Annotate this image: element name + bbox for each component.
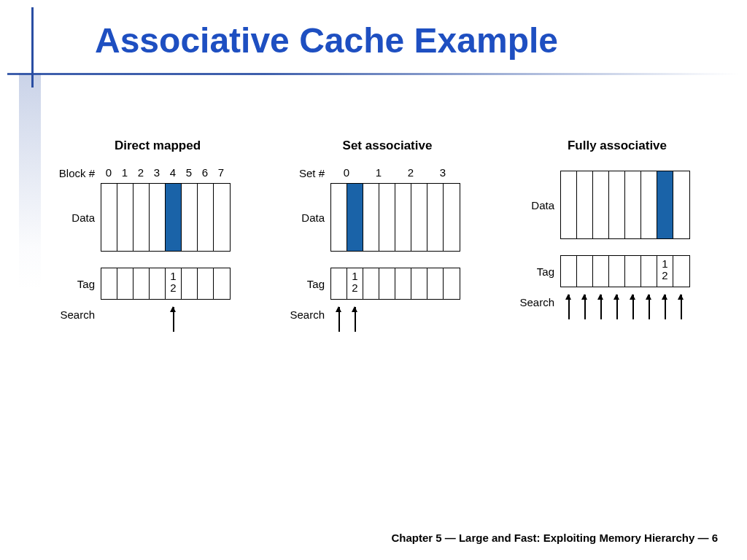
data-cell: [577, 171, 593, 238]
search-label: Search: [508, 290, 560, 308]
data-cell: [444, 184, 460, 251]
diagram-row: Direct mappedBlock #01234567DataTag1 2Se…: [48, 139, 727, 335]
tag-cell: [427, 268, 444, 299]
tag-cell: [117, 268, 133, 299]
header-number: 1: [117, 166, 133, 179]
arrow-up-icon: [600, 295, 602, 319]
tag-cell: 1 2: [657, 256, 673, 287]
arrow-up-icon: [616, 295, 618, 319]
diagram-title: Set associative: [278, 139, 497, 153]
header-number: 2: [395, 166, 427, 179]
data-cell: [166, 184, 182, 251]
slide-footer: Chapter 5 — Large and Fast: Exploiting M…: [391, 532, 718, 544]
data-row: Data: [278, 183, 497, 252]
header-number: 0: [330, 166, 363, 179]
data-label: Data: [278, 211, 330, 224]
data-cell: [363, 184, 379, 251]
tag-cell: [198, 268, 214, 299]
diagram: Direct mappedBlock #01234567DataTag1 2Se…: [48, 139, 267, 335]
header-number: 3: [427, 166, 459, 179]
data-cells: [330, 183, 460, 252]
tag-cell: [214, 268, 230, 299]
diagram: Fully associativeDataTag1 2Search: [508, 139, 727, 335]
header-row: Block #01234567: [48, 166, 267, 180]
tag-cell: [411, 268, 427, 299]
tag-label: Tag: [278, 278, 330, 290]
arrow-up-icon: [649, 295, 650, 319]
header-number: 7: [213, 166, 229, 179]
tag-cell: [561, 256, 577, 287]
data-cell: [395, 184, 411, 251]
data-cell: [198, 184, 214, 251]
spacer: [278, 254, 497, 268]
header-number: 6: [197, 166, 213, 179]
arrow-up-icon: [338, 307, 340, 332]
data-cell: [101, 184, 117, 251]
tag-value: 1 2: [347, 271, 363, 294]
arrow-up-icon: [584, 295, 586, 319]
tag-label: Tag: [508, 265, 560, 278]
search-row: Search: [508, 290, 727, 319]
search-row: Search: [48, 303, 267, 332]
tag-cell: [363, 268, 379, 299]
diagram: Set associativeSet #0123DataTag1 2Search: [278, 139, 497, 335]
tag-cell: [395, 268, 411, 299]
data-label: Data: [48, 211, 101, 224]
slide: Associative Cache Example Direct mappedB…: [0, 0, 747, 560]
arrow-up-icon: [173, 307, 174, 332]
search-label: Search: [48, 303, 101, 321]
tag-cell: [150, 268, 166, 299]
arrow-up-icon: [681, 295, 682, 319]
header-label: Block #: [48, 167, 101, 179]
header-number: 0: [101, 166, 117, 179]
diagram-title: Fully associative: [508, 139, 727, 153]
tag-cell: [101, 268, 117, 299]
arrow-up-icon: [568, 295, 570, 319]
data-cell: [214, 184, 230, 251]
data-cell: [182, 184, 198, 251]
tag-row: Tag1 2: [48, 268, 267, 300]
search-arrows: [560, 290, 689, 319]
arrow-up-icon: [355, 307, 356, 332]
data-cell: [427, 184, 444, 251]
data-cell: [379, 184, 395, 251]
data-cell: [150, 184, 166, 251]
arrow-up-icon: [665, 295, 666, 319]
header-numbers: 0123: [330, 166, 459, 179]
tag-label: Tag: [48, 278, 101, 290]
header-row: Set #0123: [278, 166, 497, 180]
tag-cell: [379, 268, 395, 299]
search-arrows: [330, 303, 459, 332]
data-cell: [641, 171, 657, 238]
tag-value: 1 2: [657, 258, 673, 281]
data-cell: [609, 171, 625, 238]
header-row: [508, 166, 727, 168]
tag-cell: [625, 256, 641, 287]
tag-row: Tag1 2: [508, 255, 727, 287]
tag-cell: [673, 256, 689, 287]
tag-cell: [444, 268, 460, 299]
data-cell: [411, 184, 427, 251]
search-label: Search: [278, 303, 330, 321]
data-cell: [347, 184, 363, 251]
data-cells: [101, 183, 231, 252]
tag-row: Tag1 2: [278, 268, 497, 300]
tag-cell: [182, 268, 198, 299]
header-numbers: 01234567: [101, 166, 229, 179]
data-cell: [133, 184, 150, 251]
tag-cell: 1 2: [347, 268, 363, 299]
tag-cells: 1 2: [560, 255, 690, 287]
header-number: 2: [133, 166, 149, 179]
data-cell: [673, 171, 689, 238]
tag-cell: [331, 268, 347, 299]
tag-cell: [593, 256, 609, 287]
data-cell: [561, 171, 577, 238]
slide-title: Associative Cache Example: [95, 20, 558, 61]
title-rule-horizontal: [7, 73, 740, 75]
tag-value: 1 2: [166, 271, 181, 294]
tag-cell: [641, 256, 657, 287]
search-row: Search: [278, 303, 497, 332]
header-number: 5: [181, 166, 197, 179]
tag-cells: 1 2: [101, 268, 231, 300]
tag-cell: [577, 256, 593, 287]
